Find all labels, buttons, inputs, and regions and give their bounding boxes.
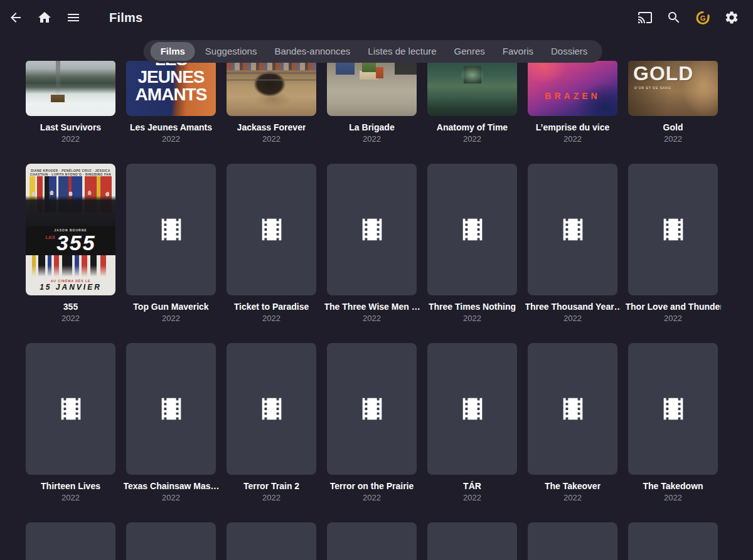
movie-card[interactable]: Top Gun Maverick 2022: [126, 164, 216, 324]
movie-year: 2022: [162, 493, 180, 503]
movie-title: Thor Love and Thunder: [626, 301, 721, 312]
movie-year: 2022: [664, 314, 682, 324]
movie-year: 2022: [463, 314, 481, 324]
movie-card[interactable]: BRAZEN L’emprise du vice 2022: [528, 61, 617, 144]
movie-card[interactable]: LES JEUNES AMANTS Les Jeunes Amants 2022: [126, 61, 216, 144]
movie-card[interactable]: [327, 522, 417, 560]
movie-card[interactable]: [227, 522, 316, 560]
movie-card[interactable]: Three Thousand Year… 2022: [528, 164, 617, 324]
library-tabs: Films Suggestions Bandes-annonces Listes…: [144, 40, 602, 63]
poster-text: LES JEUNES AMANTS: [126, 61, 216, 103]
back-button[interactable]: [8, 10, 23, 25]
movie-title: Ticket to Paradise: [234, 301, 309, 312]
tab-listes-de-lecture[interactable]: Listes de lecture: [359, 40, 445, 63]
movie-card[interactable]: [126, 522, 216, 560]
filmstrip-icon: [157, 394, 186, 423]
cast-icon: [638, 10, 653, 25]
movie-poster-placeholder: [528, 164, 617, 295]
movie-poster-placeholder: [528, 522, 617, 560]
movie-card[interactable]: Ticket to Paradise 2022: [227, 164, 316, 324]
tab-dossiers[interactable]: Dossiers: [542, 40, 596, 63]
movie-year: 2022: [262, 134, 280, 144]
grid-row-4: [0, 522, 753, 560]
poster-text: GOLD: [633, 62, 693, 85]
movie-year: 2022: [162, 314, 180, 324]
search-button[interactable]: [666, 10, 681, 25]
filmstrip-icon: [358, 394, 387, 423]
movie-title: TÁR: [463, 480, 481, 492]
filmstrip-icon: [659, 394, 688, 423]
filmstrip-icon: [257, 394, 286, 423]
movie-card[interactable]: Anatomy of Time 2022: [427, 61, 517, 144]
movie-card[interactable]: [528, 522, 617, 560]
movie-card[interactable]: [427, 522, 517, 560]
filmstrip-icon: [558, 215, 587, 244]
movie-poster-placeholder: [327, 522, 417, 560]
movie-card[interactable]: Jackass Forever 2022: [227, 61, 316, 144]
user-avatar-button[interactable]: G: [695, 10, 710, 25]
movie-card[interactable]: Three Times Nothing 2022: [427, 164, 517, 324]
poster-paint-streaks: [29, 255, 112, 278]
movie-title: The Takeover: [545, 480, 601, 492]
movie-title: Top Gun Maverick: [133, 301, 208, 312]
home-icon: [37, 10, 52, 25]
movie-poster-placeholder: [126, 343, 216, 475]
movie-card[interactable]: Terror Train 2 2022: [227, 343, 316, 503]
movie-poster: [427, 61, 517, 116]
movie-year: 2022: [162, 134, 180, 144]
movie-title: Terror Train 2: [243, 480, 299, 492]
movie-card[interactable]: Last Survivors 2022: [26, 61, 115, 144]
movie-title: The Takedown: [643, 480, 703, 492]
movie-poster-placeholder: [427, 164, 517, 295]
tab-favoris[interactable]: Favoris: [494, 40, 542, 63]
movie-year: 2022: [563, 493, 582, 503]
home-button[interactable]: [37, 10, 52, 25]
movie-card[interactable]: Thirteen Lives 2022: [26, 343, 115, 503]
movie-poster: DIANE KRUGER · PENÉLOPE CRUZ · JESSICA C…: [26, 164, 115, 295]
movie-year: 2022: [61, 134, 80, 144]
movie-card[interactable]: Texas Chainsaw Mas… 2022: [126, 343, 216, 503]
movie-poster-placeholder: [227, 522, 316, 560]
movie-card[interactable]: Thor Love and Thunder 2022: [628, 164, 718, 324]
poster-text: BRAZEN: [528, 91, 617, 101]
movie-card[interactable]: TÁR 2022: [427, 343, 517, 503]
grid-row-1: Last Survivors 2022 LES JEUNES AMANTS Le…: [0, 61, 753, 144]
filmstrip-icon: [458, 215, 487, 244]
tab-films[interactable]: Films: [151, 42, 195, 61]
tab-bandes-annonces[interactable]: Bandes-annonces: [265, 40, 359, 63]
menu-icon: [66, 10, 81, 25]
movie-title: Gold: [663, 122, 683, 133]
user-logo-g-icon: G: [695, 9, 710, 26]
settings-gear-icon: [724, 10, 739, 25]
back-icon: [8, 10, 23, 25]
movie-card[interactable]: The Takedown 2022: [628, 343, 718, 503]
poster-actor-names: DIANE KRUGER · PENÉLOPE CRUZ · JESSICA C…: [28, 169, 113, 176]
movie-grid: Last Survivors 2022 LES JEUNES AMANTS Le…: [0, 61, 753, 560]
movie-card[interactable]: The Takeover 2022: [528, 343, 617, 503]
movie-card[interactable]: [628, 522, 718, 560]
movie-title: Three Times Nothing: [429, 301, 516, 312]
poster-subtext: D’OR ET DE SANG: [634, 86, 671, 90]
movie-card[interactable]: La Brigade 2022: [327, 61, 417, 144]
movie-card[interactable]: Terror on the Prairie 2022: [327, 343, 417, 503]
movie-year: 2022: [363, 493, 381, 503]
movie-card[interactable]: DIANE KRUGER · PENÉLOPE CRUZ · JESSICA C…: [26, 164, 115, 324]
movie-poster-placeholder: [126, 522, 216, 560]
svg-text:G: G: [700, 14, 706, 21]
menu-button[interactable]: [66, 10, 81, 25]
tab-suggestions[interactable]: Suggestions: [196, 40, 266, 63]
page-title: Films: [109, 11, 142, 25]
movie-year: 2022: [463, 134, 481, 144]
movie-card[interactable]: The Three Wise Men … 2022: [327, 164, 417, 324]
movie-card[interactable]: GOLD D’OR ET DE SANG Gold 2022: [628, 61, 718, 144]
settings-button[interactable]: [724, 10, 739, 25]
cast-button[interactable]: [638, 10, 653, 25]
movie-title: Les Jeunes Amants: [130, 122, 212, 133]
filmstrip-icon: [56, 394, 85, 423]
tab-genres[interactable]: Genres: [446, 40, 494, 63]
filmstrip-icon: [659, 215, 688, 244]
movie-card[interactable]: [26, 522, 115, 560]
movie-year: 2022: [563, 314, 582, 324]
movie-poster: LES JEUNES AMANTS: [126, 61, 216, 116]
movie-year: 2022: [664, 493, 682, 503]
